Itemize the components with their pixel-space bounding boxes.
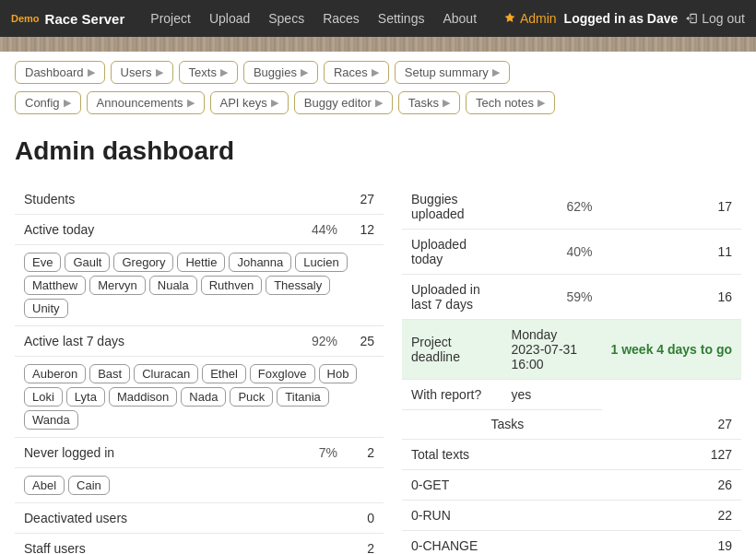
- total-texts-pct: [654, 440, 702, 470]
- tag-johanna[interactable]: Johanna: [229, 253, 291, 272]
- tag-gregory[interactable]: Gregory: [113, 253, 173, 272]
- uploaded-today-pct: 40%: [502, 230, 602, 275]
- tag-nuala[interactable]: Nuala: [149, 276, 197, 295]
- pill-nav-row1: Dashboard▶Users▶Texts▶Buggies▶Races▶Setu…: [0, 52, 756, 88]
- pill-dashboard[interactable]: Dashboard▶: [15, 61, 105, 84]
- pill-arrow-icon: ▶: [375, 97, 383, 109]
- tag-abel[interactable]: Abel: [24, 476, 65, 495]
- pill-label: Tech notes: [476, 96, 534, 110]
- deadline-date: Monday 2023-07-31 16:00: [502, 320, 602, 380]
- tag-lucien[interactable]: Lucien: [295, 253, 347, 272]
- main-content: Admin dashboard Students 27 Active today…: [0, 118, 756, 554]
- tag-titania[interactable]: Titania: [277, 387, 329, 407]
- tag-ethel[interactable]: Ethel: [202, 364, 246, 383]
- pill-buggies[interactable]: Buggies▶: [243, 61, 318, 84]
- text-row-0-run: 0-RUN 22: [402, 501, 741, 531]
- pill-texts[interactable]: Texts▶: [179, 61, 238, 84]
- tag-eve[interactable]: Eve: [24, 253, 61, 272]
- pill-nav-row2: Config▶Announcements▶API keys▶Buggy edit…: [0, 88, 756, 118]
- pill-label: Buggies: [254, 65, 297, 79]
- with-report-label: With report?: [402, 380, 502, 410]
- nav-link-about[interactable]: About: [435, 7, 484, 29]
- admin-link[interactable]: Admin: [503, 11, 557, 26]
- pill-label: Races: [334, 65, 368, 79]
- text-row-0-change: 0-CHANGE 19: [402, 531, 741, 555]
- tag-thessaly[interactable]: Thessaly: [266, 276, 330, 295]
- nav-right: Admin Logged in as Dave Log out: [503, 11, 745, 26]
- pill-setup-summary[interactable]: Setup summary▶: [395, 61, 510, 84]
- pill-label: Users: [121, 65, 152, 79]
- pill-tech-notes[interactable]: Tech notes▶: [466, 91, 555, 114]
- tag-hob[interactable]: Hob: [319, 364, 358, 383]
- text-label: 0-RUN: [402, 501, 654, 531]
- with-report-row: With report? yes: [402, 380, 741, 410]
- tag-lyta[interactable]: Lyta: [66, 387, 105, 407]
- logout-button[interactable]: Log out: [685, 11, 745, 26]
- deadline-label: Project deadline: [402, 320, 502, 380]
- pill-arrow-icon: ▶: [443, 97, 450, 109]
- nav-link-project[interactable]: Project: [143, 7, 198, 29]
- never-logged-tags-row: AbelCain: [15, 468, 384, 503]
- deactivated-count: 0: [347, 503, 384, 534]
- nav-link-settings[interactable]: Settings: [371, 7, 432, 29]
- tasks-label: Tasks: [482, 409, 704, 440]
- never-logged-tags: AbelCain: [15, 468, 384, 503]
- active-last7-label: Active last 7 days: [15, 326, 253, 357]
- admin-label: Admin: [520, 11, 557, 26]
- pill-arrow-icon: ▶: [88, 66, 95, 78]
- buggies-uploaded-count: 17: [602, 184, 742, 230]
- nav-link-upload[interactable]: Upload: [202, 7, 257, 29]
- tag-mervyn[interactable]: Mervyn: [89, 276, 146, 295]
- tag-nada[interactable]: Nada: [181, 387, 226, 407]
- tag-cluracan[interactable]: Cluracan: [134, 364, 198, 383]
- pill-label: Texts: [189, 65, 217, 79]
- nav-link-races[interactable]: Races: [315, 7, 367, 29]
- tag-hettie[interactable]: Hettie: [177, 253, 225, 272]
- tag-bast[interactable]: Bast: [89, 364, 130, 383]
- with-report-val: yes: [502, 380, 602, 410]
- deactivated-label: Deactivated users: [15, 503, 253, 534]
- uploaded-today-row: Uploaded today 40% 11: [402, 230, 741, 275]
- pill-tasks[interactable]: Tasks▶: [398, 91, 460, 114]
- active-today-label: Active today: [15, 215, 253, 245]
- staff-label: Staff users: [15, 534, 253, 555]
- uploaded-last7-row: Uploaded in last 7 days 59% 16: [402, 275, 741, 320]
- logout-label: Log out: [702, 11, 745, 26]
- total-texts-row: Total texts 127: [402, 440, 741, 470]
- tag-puck[interactable]: Puck: [230, 387, 273, 407]
- pill-announcements[interactable]: Announcements▶: [87, 91, 205, 114]
- uploaded-today-label: Uploaded today: [402, 230, 502, 275]
- tag-unity[interactable]: Unity: [24, 299, 68, 318]
- tag-maddison[interactable]: Maddison: [109, 387, 177, 407]
- tag-foxglove[interactable]: Foxglove: [250, 364, 315, 383]
- students-label: Students: [15, 184, 253, 215]
- dashboard-grid: Students 27 Active today 44% 12 EveGault…: [15, 184, 741, 554]
- pill-arrow-icon: ▶: [220, 66, 228, 78]
- students-count: 27: [347, 184, 384, 215]
- deactivated-row: Deactivated users 0: [15, 503, 384, 534]
- pill-config[interactable]: Config▶: [15, 91, 81, 114]
- text-count: 19: [702, 531, 741, 555]
- pill-users[interactable]: Users▶: [111, 61, 173, 84]
- nav-link-specs[interactable]: Specs: [261, 7, 312, 29]
- tag-gault[interactable]: Gault: [65, 253, 110, 272]
- right-column: Buggies uploaded 62% 17 Uploaded today 4…: [402, 184, 741, 554]
- nav-links: ProjectUploadSpecsRacesSettingsAbout: [143, 7, 484, 29]
- tag-auberon[interactable]: Auberon: [24, 364, 86, 383]
- tag-wanda[interactable]: Wanda: [24, 410, 78, 430]
- pill-arrow-icon: ▶: [271, 97, 278, 109]
- pill-buggy-editor[interactable]: Buggy editor▶: [294, 91, 393, 114]
- pill-races[interactable]: Races▶: [324, 61, 389, 84]
- active-last7-count: 25: [347, 326, 384, 357]
- tag-loki[interactable]: Loki: [24, 387, 63, 407]
- tag-ruthven[interactable]: Ruthven: [201, 276, 262, 295]
- active-today-pct: 44%: [253, 215, 347, 245]
- pill-api-keys[interactable]: API keys▶: [210, 91, 289, 114]
- with-report-label2: [402, 409, 482, 440]
- tag-cain[interactable]: Cain: [68, 476, 110, 495]
- tasks-count-row: Tasks 27: [402, 409, 741, 440]
- right-stats-table: Buggies uploaded 62% 17 Uploaded today 4…: [402, 184, 741, 410]
- tag-matthew[interactable]: Matthew: [24, 276, 86, 295]
- buggies-uploaded-row: Buggies uploaded 62% 17: [402, 184, 741, 230]
- uploaded-last7-count: 16: [602, 275, 742, 320]
